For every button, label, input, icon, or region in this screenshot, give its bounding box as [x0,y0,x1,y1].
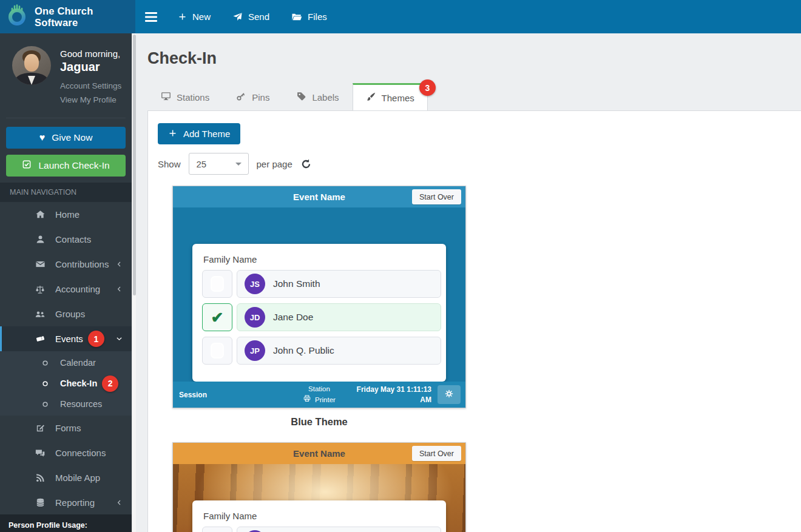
circle-icon [38,400,52,408]
greeting-text: Good morning, [60,49,121,59]
per-page-label: per page [257,159,292,169]
circle-icon [38,359,52,367]
paper-plane-icon [232,12,243,22]
user-name: Jaguar [60,60,121,74]
footer-datetime: Friday May 31 1:11:13 AM [351,385,431,405]
theme-preview-header: Event NameStart Over [173,186,465,207]
sidebar-item-accounting[interactable]: Accounting [0,277,132,301]
launch-checkin-button[interactable]: Launch Check-In [6,155,126,177]
theme-card: Event NameStart OverFamily NameJSJohn Sm… [172,442,466,532]
topbar-item-label: New [192,12,211,22]
theme-card: Event NameStart OverFamily NameJSJohn Sm… [172,186,466,408]
tab-label: Pins [252,92,269,103]
key-icon [236,91,246,103]
chevron-left-icon [115,285,123,293]
events-submenu: CalendarCheck-In2Resources [0,351,132,416]
tag-icon [296,91,306,103]
gear-icon [445,389,453,400]
sidebar-item-label: Resources [60,399,102,409]
tab-pins[interactable]: Pins [223,83,283,110]
notification-badge: 3 [419,79,436,96]
folder-icon [291,12,302,22]
view-profile-link[interactable]: View My Profile [60,95,121,104]
comments-icon [33,448,47,459]
heart-icon: ♥ [39,133,46,143]
sidebar-item-home[interactable]: Home [0,202,132,227]
refresh-icon[interactable] [300,158,312,170]
checkbox-inner [211,343,224,359]
brand: One Church Software [0,0,135,33]
member-avatar: JP [245,340,265,361]
sidebar-item-label: Connections [55,448,106,458]
member-pill[interactable]: JSJohn Smith [237,270,441,298]
sidebar-item-label: Mobile App [55,473,100,483]
ticket-icon [33,334,47,344]
member-rows: JSJohn Smith✔JDJane DoeJPJohn Q. Public [202,270,441,365]
sidebar-item-mobile-app[interactable]: Mobile App [0,465,132,490]
member-row: ✔JDJane Doe [202,303,441,331]
brand-logo-icon [7,4,29,30]
chevron-left-icon [115,260,123,268]
sidebar-scrollbar[interactable] [132,33,136,532]
notification-badge: 2 [102,375,118,392]
member-checkbox[interactable] [202,337,232,365]
settings-gear-button[interactable] [438,385,461,404]
page-title: Check-In [147,49,217,68]
member-pill[interactable]: JDJane Doe [237,303,441,331]
chevron-left-icon [115,499,123,507]
printer-icon [303,394,311,406]
member-row: JPJohn Q. Public [202,337,441,365]
brand-name: One Church Software [35,5,135,29]
theme-cell: Event NameStart OverFamily NameJSJohn Sm… [172,186,466,428]
topbar-item-files[interactable]: Files [280,0,338,33]
member-name: John Smith [273,278,320,289]
sidebar-item-resources[interactable]: Resources [0,394,132,414]
theme-preview-footer: SessionStationPrinterFriday May 31 1:11:… [173,382,465,408]
member-pill[interactable]: JPJohn Q. Public [237,337,441,365]
family-card: Family NameJSJohn Smith✔JDJane DoeJPJohn… [192,244,446,382]
member-avatar: JD [245,307,265,328]
paintbrush-icon [366,92,376,104]
member-checkbox[interactable]: ✔ [202,303,232,331]
member-name: John Q. Public [273,345,334,356]
sidebar-item-reporting[interactable]: Reporting [0,490,132,515]
per-page-select[interactable]: 25 [189,153,249,175]
sidebar-item-connections[interactable]: Connections [0,440,132,465]
home-icon [33,209,47,220]
theme-preview-header: Event NameStart Over [173,443,465,464]
circle-icon [38,380,52,388]
sidebar-item-groups[interactable]: Groups [0,301,132,326]
start-over-button[interactable]: Start Over [412,446,461,461]
member-name: Jane Doe [273,312,313,323]
checkbox-inner [211,276,224,292]
themes-panel: Add Theme Show 25 per page Event NameSta… [147,110,801,532]
sidebar-item-label: Calendar [60,358,96,368]
check-icon: ✔ [211,310,224,325]
sidebar-item-contributions[interactable]: Contributions [0,252,132,277]
usage-label: Person Profile Usage: [8,521,123,530]
topbar-item-new[interactable]: New [167,0,221,33]
tab-label: Themes [382,93,414,103]
sidebar-item-check-in[interactable]: Check-In2 [0,373,132,394]
sidebar-item-forms[interactable]: Forms [0,416,132,440]
sidebar-item-events[interactable]: Events1 [0,326,132,351]
tab-themes[interactable]: Themes3 [353,83,428,110]
account-settings-link[interactable]: Account Settings [60,81,121,90]
member-checkbox[interactable] [202,270,232,298]
member-pill[interactable]: JSJohn Smith [237,527,441,532]
family-name-label: Family Name [203,254,446,264]
database-icon [33,497,47,508]
sidebar-item-contacts[interactable]: Contacts [0,227,132,252]
topbar-item-send[interactable]: Send [221,0,280,33]
theme-preview-body: Family NameJSJohn Smith✔JDJane DoeJPJohn… [173,464,465,532]
main-navigation: HomeContactsContributionsAccountingGroup… [0,202,132,515]
give-now-button[interactable]: ♥ Give Now [6,127,126,149]
sidebar-item-label: Accounting [55,284,100,294]
sidebar-item-calendar[interactable]: Calendar [0,352,132,373]
hamburger-menu-icon[interactable] [135,0,167,33]
tab-labels[interactable]: Labels [283,83,352,110]
start-over-button[interactable]: Start Over [412,189,461,204]
member-checkbox[interactable] [202,527,232,532]
tab-stations[interactable]: Stations [147,83,223,110]
add-theme-button[interactable]: Add Theme [158,123,240,144]
